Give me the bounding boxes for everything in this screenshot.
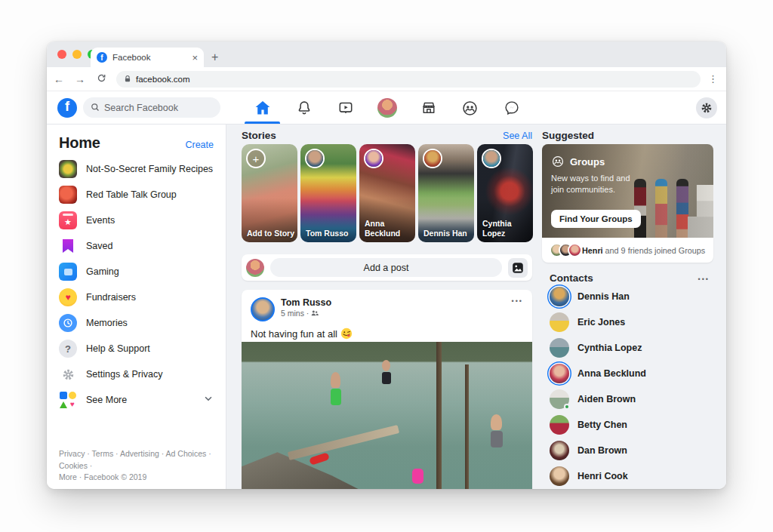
settings-button[interactable] — [696, 97, 717, 118]
page-title: Home — [59, 134, 100, 152]
profile-avatar — [377, 98, 397, 118]
groups-joined-text: Henri and 9 friends joined Groups — [582, 246, 705, 255]
lock-icon — [124, 72, 131, 86]
messenger-tab[interactable] — [491, 91, 532, 125]
profile-tab[interactable] — [366, 91, 408, 125]
sidebar-item-fundraisers[interactable]: ♥ Fundraisers — [47, 284, 226, 310]
minimize-window-button[interactable] — [72, 50, 82, 59]
group-photo-icon — [59, 160, 77, 178]
contacts-menu-icon[interactable]: ••• — [698, 275, 710, 283]
gaming-icon — [59, 263, 77, 281]
home-tab[interactable] — [242, 91, 283, 125]
gear-icon — [59, 365, 77, 383]
chevron-down-icon[interactable] — [203, 393, 214, 407]
contact-avatar — [550, 287, 569, 306]
contact-avatar — [550, 389, 569, 409]
bell-icon — [296, 100, 313, 116]
tab-title: Facebook — [112, 53, 186, 62]
feed-post: Tom Russo 5 mins · ••• Not having fun at… — [242, 290, 532, 489]
bookmark-icon — [59, 237, 77, 255]
contact-avatar — [550, 466, 569, 486]
contact-row[interactable]: Cynthia Lopez — [547, 335, 713, 361]
search-bar[interactable] — [83, 97, 220, 118]
sidebar-item-saved[interactable]: Saved — [47, 233, 226, 259]
groups-card-description: New ways to find and join communities. — [551, 173, 642, 195]
groups-tab[interactable] — [449, 91, 491, 125]
contact-avatar — [550, 415, 569, 435]
question-icon: ? — [59, 340, 77, 358]
browser-window: f Facebook × + ← → facebook.com ⋮ f — [47, 42, 726, 489]
sidebar-item-help-support[interactable]: ? Help & Support — [47, 336, 226, 361]
post-text: Not having fun at all — [251, 328, 337, 340]
story-avatar — [364, 149, 383, 168]
create-link[interactable]: Create — [185, 140, 214, 150]
browser-menu-icon[interactable]: ⋮ — [708, 73, 719, 85]
search-icon — [91, 101, 100, 115]
groups-card-label: Groups — [570, 156, 605, 168]
story-avatar — [305, 149, 325, 168]
heart-icon: ♥ — [59, 288, 77, 306]
sidebar-item-red-table-talk[interactable]: Red Table Talk Group — [47, 182, 226, 208]
legal-footer-links[interactable]: Privacy · Terms · Advertising · Ad Choic… — [59, 448, 217, 483]
watch-tab[interactable] — [325, 91, 366, 125]
url-bar[interactable]: facebook.com — [116, 71, 701, 88]
story-card[interactable]: Dennis Han — [418, 144, 474, 242]
contact-row[interactable]: Dennis Han — [547, 284, 713, 309]
groups-card-footer: Henri and 9 friends joined Groups — [542, 238, 713, 263]
contact-row[interactable]: Dan Brown — [547, 438, 713, 463]
sidebar-item-memories[interactable]: Memories — [47, 310, 226, 336]
story-card-add[interactable]: + Add to Story — [242, 144, 297, 242]
suggested-groups-card[interactable]: Groups New ways to find and join communi… — [542, 144, 713, 238]
see-more-grid-icon: ♥ — [59, 391, 77, 409]
marketplace-tab[interactable] — [408, 91, 449, 125]
composer-avatar — [246, 259, 264, 277]
add-story-plus-icon[interactable]: + — [246, 149, 266, 168]
contact-avatar — [550, 441, 569, 460]
groups-badge-icon — [551, 155, 565, 168]
stories-title: Stories — [242, 130, 276, 141]
see-all-link[interactable]: See All — [503, 131, 532, 141]
contact-avatar — [550, 312, 569, 332]
facebook-logo[interactable]: f — [57, 98, 77, 118]
add-post-input[interactable]: Add a post — [270, 258, 502, 277]
facebook-top-nav: f — [47, 91, 726, 125]
post-menu-icon[interactable]: ••• — [512, 297, 523, 305]
notifications-tab[interactable] — [283, 91, 325, 125]
search-input[interactable] — [104, 103, 210, 113]
contact-row[interactable]: Henri Cook — [547, 463, 713, 489]
left-sidebar: Home Create Not-So-Secret Family Recipes… — [47, 125, 226, 489]
browser-toolbar: ← → facebook.com ⋮ — [47, 67, 726, 91]
messenger-icon — [504, 100, 520, 116]
sidebar-item-see-more[interactable]: ♥ See More — [47, 387, 226, 413]
screenshot-canvas: f Facebook × + ← → facebook.com ⋮ f — [0, 0, 773, 532]
contact-avatar — [550, 338, 569, 358]
browser-tab[interactable]: f Facebook × — [91, 48, 204, 67]
tab-close-icon[interactable]: × — [192, 52, 198, 63]
story-card[interactable]: Anna Becklund — [359, 144, 415, 242]
find-your-groups-button[interactable]: Find Your Groups — [551, 210, 641, 228]
sidebar-item-recipes-group[interactable]: Not-So-Secret Family Recipes — [47, 156, 226, 182]
reload-icon[interactable] — [92, 73, 110, 85]
sidebar-item-settings-privacy[interactable]: Settings & Privacy — [47, 361, 226, 387]
group-photo-icon — [59, 186, 77, 204]
post-author-avatar[interactable] — [251, 297, 275, 321]
sidebar-item-gaming[interactable]: Gaming — [47, 259, 226, 284]
close-window-button[interactable] — [57, 50, 66, 59]
tongue-out-emoji — [340, 328, 353, 340]
story-card[interactable]: Cynthia Lopez — [477, 144, 533, 242]
contact-row[interactable]: Eric Jones — [547, 309, 713, 335]
forward-icon[interactable]: → — [71, 73, 89, 85]
contact-row[interactable]: Aiden Brown — [547, 386, 713, 412]
contact-row[interactable]: Betty Chen — [547, 412, 713, 438]
story-card[interactable]: Tom Russo — [300, 144, 356, 242]
online-status-dot — [564, 404, 570, 410]
back-icon[interactable]: ← — [50, 73, 68, 85]
post-author-name[interactable]: Tom Russo — [281, 297, 506, 308]
post-photo-lake-jump[interactable] — [242, 342, 532, 489]
add-photo-button[interactable] — [508, 258, 528, 278]
sidebar-item-events[interactable]: ★ Events — [47, 208, 226, 233]
contact-row[interactable]: Anna Becklund — [547, 361, 713, 386]
new-tab-button[interactable]: + — [211, 48, 218, 67]
browser-tab-strip: f Facebook × + — [47, 42, 726, 67]
nav-icon-row — [242, 91, 532, 125]
